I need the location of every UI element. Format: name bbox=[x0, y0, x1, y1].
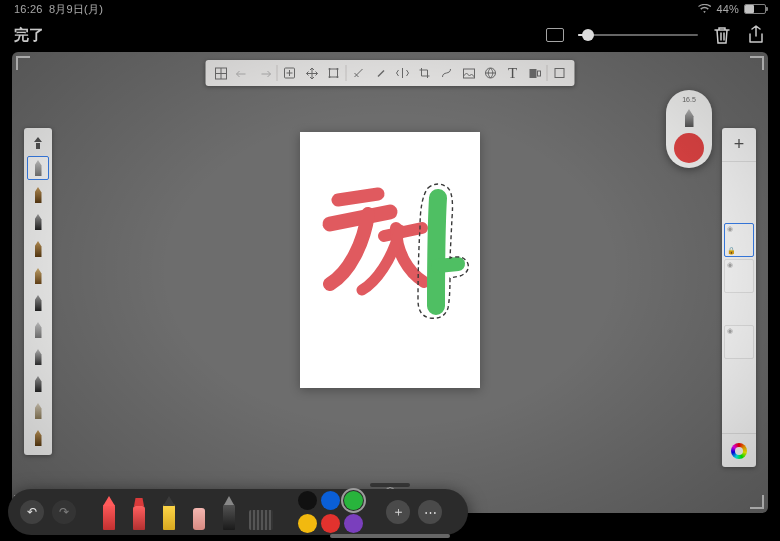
artwork bbox=[300, 132, 480, 388]
more-button[interactable]: ⋯ bbox=[418, 500, 442, 524]
brush-picker-strip bbox=[24, 128, 52, 455]
eraser-tool[interactable] bbox=[188, 494, 210, 530]
marker-tool[interactable] bbox=[128, 494, 150, 530]
color-swatch-red[interactable] bbox=[321, 514, 340, 533]
brush-settings-button[interactable] bbox=[27, 133, 49, 153]
color-swatch-black[interactable] bbox=[298, 491, 317, 510]
layer-thumb[interactable]: ◉ bbox=[724, 259, 754, 293]
add-tool-button[interactable]: ＋ bbox=[386, 500, 410, 524]
add-layer-button[interactable]: + bbox=[722, 128, 756, 162]
image-tool-button[interactable] bbox=[458, 62, 480, 84]
opacity-slider[interactable] bbox=[578, 34, 698, 36]
brush-slot[interactable] bbox=[27, 291, 49, 315]
undo-button[interactable] bbox=[232, 62, 254, 84]
status-time: 16:26 bbox=[14, 3, 43, 15]
brush-color-swatch[interactable] bbox=[674, 133, 704, 163]
color-wheel-button[interactable] bbox=[722, 433, 756, 467]
add-tool-button[interactable] bbox=[279, 62, 301, 84]
svg-point-3 bbox=[329, 68, 331, 70]
brush-slot[interactable] bbox=[27, 210, 49, 234]
battery-icon bbox=[744, 4, 766, 14]
svg-rect-10 bbox=[537, 71, 540, 76]
color-swatch-blue[interactable] bbox=[321, 491, 340, 510]
brush-size-label: 16.5 bbox=[682, 96, 696, 103]
grid-button[interactable] bbox=[210, 62, 232, 84]
battery-percent: 44% bbox=[716, 3, 739, 15]
document-stage: T 16.5 + bbox=[12, 52, 768, 513]
svg-rect-7 bbox=[463, 69, 474, 78]
crop-mark-icon bbox=[750, 56, 764, 70]
fullscreen-button[interactable] bbox=[549, 62, 571, 84]
redo-button[interactable] bbox=[254, 62, 276, 84]
crop-mark-icon bbox=[16, 56, 30, 70]
editor-top-toolbar: T bbox=[206, 60, 575, 86]
brush-slot[interactable] bbox=[27, 264, 49, 288]
status-date: 8月9日(月) bbox=[49, 3, 103, 15]
mirror-tool-button[interactable] bbox=[392, 62, 414, 84]
markup-undo-button[interactable]: ↶ bbox=[20, 500, 44, 524]
status-right: 44% bbox=[698, 3, 766, 15]
svg-point-5 bbox=[329, 76, 331, 78]
lasso-tool[interactable] bbox=[218, 494, 240, 530]
ipad-status-bar: 16:26 8月9日(月) 44% bbox=[0, 0, 780, 18]
crop-mark-icon bbox=[750, 495, 764, 509]
app-nav-bar: 完了 bbox=[0, 18, 780, 52]
done-button[interactable]: 完了 bbox=[14, 26, 44, 45]
brush-slot[interactable] bbox=[27, 372, 49, 396]
brush-tool-button[interactable] bbox=[370, 62, 392, 84]
brush-slot[interactable] bbox=[27, 318, 49, 342]
crop-tool-button[interactable] bbox=[414, 62, 436, 84]
layers-panel: + ◉🔒 ◉ ◉ bbox=[722, 128, 756, 467]
svg-point-4 bbox=[337, 68, 339, 70]
share-button[interactable] bbox=[746, 25, 766, 45]
trash-button[interactable] bbox=[712, 25, 732, 45]
pencil-tool[interactable] bbox=[158, 494, 180, 530]
curve-tool-button[interactable] bbox=[436, 62, 458, 84]
canvas-paper[interactable] bbox=[300, 132, 480, 388]
pen-tool[interactable] bbox=[98, 494, 120, 530]
web-tool-button[interactable] bbox=[480, 62, 502, 84]
markup-redo-button[interactable]: ↷ bbox=[52, 500, 76, 524]
layer-thumb[interactable]: ◉ bbox=[724, 325, 754, 359]
markup-toolbar: ↶ ↷ ＋ ⋯ bbox=[8, 489, 468, 535]
color-swatch-green[interactable] bbox=[344, 491, 363, 510]
canvas-thumbnail-button[interactable] bbox=[546, 28, 564, 42]
layer-thumb[interactable]: ◉🔒 bbox=[724, 223, 754, 257]
brush-slot[interactable] bbox=[27, 156, 49, 180]
ruler-tool[interactable] bbox=[248, 494, 274, 530]
brush-tip-icon bbox=[685, 109, 694, 127]
brush-preview-bubble[interactable]: 16.5 bbox=[666, 90, 712, 168]
brush-slot[interactable] bbox=[27, 183, 49, 207]
lock-icon: 🔒 bbox=[727, 247, 736, 255]
svg-rect-9 bbox=[529, 69, 536, 78]
color-swatch-purple[interactable] bbox=[344, 514, 363, 533]
wifi-icon bbox=[698, 4, 711, 14]
reference-tool-button[interactable] bbox=[524, 62, 546, 84]
svg-rect-11 bbox=[555, 69, 564, 78]
visible-icon: ◉ bbox=[727, 261, 733, 269]
cutter-tool-button[interactable] bbox=[348, 62, 370, 84]
move-tool-button[interactable] bbox=[301, 62, 323, 84]
brush-slot[interactable] bbox=[27, 399, 49, 423]
brush-slot[interactable] bbox=[27, 237, 49, 261]
color-palette bbox=[298, 491, 378, 533]
color-swatch-yellow[interactable] bbox=[298, 514, 317, 533]
visible-icon: ◉ bbox=[727, 327, 733, 335]
stage-background[interactable]: T 16.5 + bbox=[12, 52, 768, 513]
home-indicator[interactable] bbox=[330, 534, 450, 538]
brush-slot[interactable] bbox=[27, 426, 49, 450]
color-wheel-icon bbox=[731, 443, 747, 459]
svg-rect-2 bbox=[330, 69, 338, 77]
transform-tool-button[interactable] bbox=[323, 62, 345, 84]
visible-icon: ◉ bbox=[727, 225, 733, 233]
svg-point-6 bbox=[337, 76, 339, 78]
status-left: 16:26 8月9日(月) bbox=[14, 2, 103, 17]
text-tool-button[interactable]: T bbox=[502, 62, 524, 84]
markup-grabber[interactable] bbox=[370, 483, 410, 487]
brush-slot[interactable] bbox=[27, 345, 49, 369]
